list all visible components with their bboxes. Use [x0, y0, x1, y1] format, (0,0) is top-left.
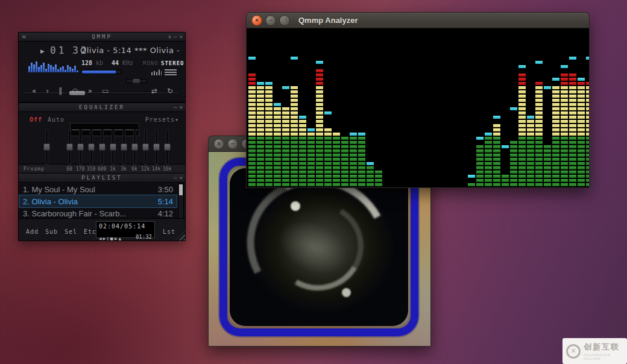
slider-thumb[interactable] [43, 143, 50, 151]
shade-button[interactable]: ∨ [168, 34, 171, 40]
balance-slider[interactable] [126, 79, 147, 83]
analyzer-bar-segment [578, 145, 585, 148]
slider-thumb[interactable] [99, 143, 106, 151]
slider-thumb[interactable] [77, 143, 84, 151]
analyzer-bar-segment [291, 175, 298, 178]
scrollbar-thumb[interactable] [179, 184, 183, 195]
analyzer-bar-segment [527, 166, 534, 169]
eq-band-slider[interactable] [109, 130, 117, 165]
list-menu-button[interactable]: Lst [163, 228, 175, 235]
mini-spectrum-analyzer[interactable] [28, 59, 78, 72]
minimize-button[interactable]: – [265, 15, 276, 26]
analyzer-bar-segment [569, 128, 576, 131]
close-button[interactable]: × [180, 34, 183, 40]
analyzer-bar-segment [493, 154, 500, 157]
eq-band-slider[interactable] [142, 130, 150, 165]
analyzer-bar-segment [307, 183, 315, 186]
shade-button[interactable]: – [174, 104, 177, 110]
playlist-track-row[interactable]: 3. Scarborough Fair - Scarb...4:12 [19, 207, 177, 219]
eq-auto-button[interactable]: Auto [48, 116, 65, 123]
shade-button[interactable]: – [174, 175, 177, 181]
eq-onoff-button[interactable]: Off [30, 116, 42, 123]
eq-band-slider[interactable] [120, 130, 128, 165]
playlist-toggle-icon[interactable] [165, 69, 177, 75]
mini-transport-icon[interactable]: ▶ [115, 236, 118, 240]
analyzer-bar-segment [316, 166, 323, 169]
play-button[interactable]: › [46, 87, 49, 95]
preamp-slider[interactable] [43, 130, 51, 165]
close-button[interactable]: × [180, 104, 183, 110]
analyzer-bar-segment [552, 124, 559, 127]
mini-analyzer-bar [45, 69, 47, 72]
analyzer-bar-segment [586, 95, 590, 98]
slider-thumb[interactable] [131, 143, 138, 151]
pause-button[interactable]: ‖ [58, 87, 62, 95]
previous-button[interactable]: « [32, 87, 36, 95]
next-button[interactable]: » [88, 87, 92, 95]
analyzer-bar-segment [248, 145, 256, 148]
analyzer-bar-segment [578, 137, 585, 140]
sel-button[interactable]: Sel [65, 228, 77, 235]
analyzer-bar-segment [333, 137, 340, 140]
eq-band-slider[interactable] [163, 130, 171, 165]
eq-presets-button[interactable]: Presets▾ [145, 116, 179, 123]
mini-transport-icon[interactable]: ▶ [103, 236, 106, 240]
eq-band-slider[interactable] [77, 130, 84, 165]
slider-thumb[interactable] [110, 143, 116, 151]
equalizer-toggle-icon[interactable] [151, 69, 162, 75]
etc-button[interactable]: Etc [84, 228, 96, 235]
analyzer-bar-segment [569, 158, 576, 161]
analyzer-bar-segment [257, 162, 264, 165]
mini-transport-icon[interactable]: ■ [110, 236, 113, 240]
sub-button[interactable]: Sub [45, 228, 58, 235]
analyzer-bar-segment [561, 124, 568, 127]
minimize-button[interactable]: – [174, 34, 177, 40]
repeat-button[interactable]: ↻ [167, 87, 173, 95]
equalizer-titlebar[interactable]: EQUALIZER –× [19, 103, 185, 112]
analyzer-bar-segment [333, 183, 340, 186]
analyzer-bar-segment [265, 103, 273, 106]
analyzer-bar-segment [316, 179, 323, 182]
balance-thumb[interactable] [132, 78, 140, 84]
minimize-button[interactable]: – [227, 139, 238, 149]
analyzer-bar-segment [535, 90, 543, 93]
mini-transport-icon[interactable]: ∥ [107, 236, 109, 240]
shuffle-button[interactable]: ⇄ [151, 87, 157, 95]
slider-thumb[interactable] [164, 143, 171, 151]
slider-thumb[interactable] [153, 143, 160, 151]
slider-thumb[interactable] [142, 143, 149, 151]
analyzer-peak-segment [307, 128, 315, 131]
playlist-track-row[interactable]: 2. Olivia - Olivia5:14 [19, 195, 177, 207]
menu-icon[interactable]: ≡ [22, 34, 27, 40]
mini-transport-icon[interactable]: ◀ [99, 236, 102, 240]
resize-grip[interactable] [175, 231, 185, 240]
mini-transport-icon[interactable]: ▲ [119, 236, 122, 240]
eq-band-slider[interactable] [131, 130, 139, 165]
open-file-button[interactable]: ▭ [102, 87, 109, 95]
playlist-track-row[interactable]: 1. My Soul - My Soul3:50 [19, 183, 177, 195]
slider-thumb[interactable] [121, 143, 127, 151]
spectrum-analyzer-display[interactable] [246, 28, 590, 188]
eq-band-slider[interactable] [66, 130, 74, 165]
qmmp-main-titlebar[interactable]: ≡ QMMP ∨–× [19, 33, 185, 42]
main-window-controls: ∨–× [168, 34, 183, 40]
analyzer-bar-segment [324, 149, 332, 152]
eq-band-slider[interactable] [98, 130, 106, 165]
maximize-button[interactable]: □ [279, 15, 290, 26]
slider-thumb[interactable] [88, 143, 95, 151]
stop-button[interactable]: ○ [72, 87, 78, 95]
playlist-titlebar[interactable]: PLAYLIST –× [19, 174, 185, 183]
eq-band-slider[interactable] [87, 130, 95, 165]
slider-thumb[interactable] [66, 143, 73, 151]
analyzer-titlebar[interactable]: ×–□ Qmmp Analyzer [246, 12, 590, 28]
close-button[interactable]: × [180, 175, 183, 181]
eq-band-slider[interactable] [153, 130, 160, 165]
volume-slider[interactable] [81, 70, 121, 74]
playlist-scrollbar[interactable] [178, 183, 184, 219]
close-button[interactable]: × [213, 139, 224, 149]
analyzer-bar-segment [265, 95, 273, 98]
analyzer-bar-segment [561, 141, 568, 144]
add-button[interactable]: Add [26, 228, 39, 235]
close-button[interactable]: × [251, 15, 262, 26]
analyzer-bar-segment [518, 107, 526, 110]
